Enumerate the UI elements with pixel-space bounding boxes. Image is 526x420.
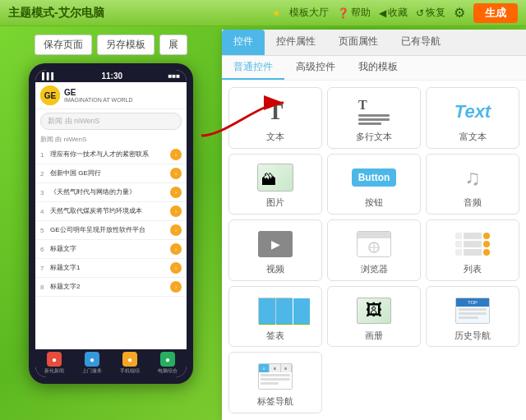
nav-collect[interactable]: ◀ 收藏 xyxy=(379,6,408,20)
tab-3[interactable]: 已有导航 xyxy=(390,30,452,55)
generate-button[interactable]: 生成 xyxy=(473,3,518,23)
phone-time: 11:30 xyxy=(101,72,122,81)
collect-icon: ◀ xyxy=(379,7,386,19)
subtab-2[interactable]: 我的模板 xyxy=(347,56,409,80)
nav-icon: ● xyxy=(160,352,175,367)
nav-label: 手机端综 xyxy=(120,367,140,375)
save-as-button[interactable]: 另存模板 xyxy=(97,35,155,55)
control-标签导航[interactable]: ≡ ≡ ≡ 标签导航 xyxy=(228,352,322,413)
control-label: 按钮 xyxy=(365,196,383,209)
control-浏览器[interactable]: 浏览器 xyxy=(327,219,421,281)
history-icon: TOP xyxy=(455,298,490,324)
phone-news-label: 新闻 由 niWenS xyxy=(35,133,187,145)
control-列表[interactable]: 列表 xyxy=(426,219,519,281)
phone-search-text: 新闻 由 niWenS xyxy=(48,117,99,125)
item-arrow-icon: › xyxy=(170,205,182,217)
item-arrow-icon: › xyxy=(170,262,182,274)
toolbar-bar: 保存页面 另存模板 展 xyxy=(35,35,187,55)
phone-signal: ▌▌▌ xyxy=(42,72,56,80)
control-多行文本[interactable]: T 多行文本 xyxy=(327,87,421,149)
control-icon-browser xyxy=(354,228,394,260)
subtab-1[interactable]: 高级控件 xyxy=(284,56,347,80)
item-number: 7 xyxy=(40,265,47,272)
tab-0[interactable]: 控件 xyxy=(222,30,265,55)
subtab-0[interactable]: 普通控件 xyxy=(222,56,284,80)
control-label: 多行文本 xyxy=(356,131,392,143)
nav-icon: ● xyxy=(85,352,99,367)
control-label: 列表 xyxy=(464,263,482,275)
phone-list-item[interactable]: 1 理应有你一技术与人才的紧密联系 › xyxy=(35,145,187,164)
phone-list-item[interactable]: 3 《天然气时代与网络的力量》 › xyxy=(35,183,187,202)
nav-restore[interactable]: ↺ 恢复 xyxy=(416,6,445,20)
phone-nav-item-0[interactable]: ● 新化新闻 xyxy=(35,352,73,375)
control-icon-text: T xyxy=(256,96,295,127)
item-arrow-icon: › xyxy=(170,243,182,255)
control-label: 浏览器 xyxy=(361,263,388,275)
phone-status-bar: ▌▌▌ 11:30 ■■■ xyxy=(35,70,187,82)
phone-list-item[interactable]: 8 标题文字2 › xyxy=(35,278,187,297)
control-文本[interactable]: T 文本 xyxy=(228,87,322,149)
item-text: 标题文字2 xyxy=(50,283,167,291)
tab-1[interactable]: 控件属性 xyxy=(265,30,327,55)
phone-list-item[interactable]: 2 创新中国 GE同行 › xyxy=(35,164,187,183)
control-音频[interactable]: ♫ 音频 xyxy=(426,154,519,215)
control-icon-multitext: T xyxy=(354,96,394,127)
phone-list: 1 理应有你一技术与人才的紧密联系 › 2 创新中国 GE同行 › 3 《天然气… xyxy=(35,145,187,349)
phone-mockup: ▌▌▌ 11:30 ■■■ GE GE IMAGINATION AT WORLD xyxy=(29,63,193,384)
control-视频[interactable]: 视频 xyxy=(228,219,322,281)
phone-header: GE GE IMAGINATION AT WORLD xyxy=(35,82,187,109)
phone-list-item[interactable]: 6 标题文字 › xyxy=(35,240,187,259)
phone-list-item[interactable]: 5 GE公司明年呈现开放性软件平台 › xyxy=(35,221,187,240)
control-富文本[interactable]: Text 富文本 xyxy=(426,87,519,149)
phone-bottom-nav: ● 新化新闻 ● 上门服务 ● 手机端综 ● 电脑综合 xyxy=(35,349,187,377)
control-label: 视频 xyxy=(266,263,284,275)
nav-help[interactable]: ❓ 帮助 xyxy=(337,6,371,20)
nav-label: 上门服务 xyxy=(82,367,102,375)
text-icon: T xyxy=(268,99,284,125)
audio-icon: ♫ xyxy=(464,165,481,191)
phone-nav-item-3[interactable]: ● 电脑综合 xyxy=(149,352,187,375)
control-图片[interactable]: 图片 xyxy=(228,154,322,215)
item-arrow-icon: › xyxy=(170,281,182,293)
phone-nav-item-2[interactable]: ● 手机端综 xyxy=(111,352,149,375)
expand-button[interactable]: 展 xyxy=(159,35,187,55)
control-画册[interactable]: 🖼 画册 xyxy=(327,286,421,348)
control-历史导航[interactable]: TOP 历史导航 xyxy=(426,286,519,348)
item-number: 2 xyxy=(40,170,47,178)
image-icon xyxy=(257,164,293,192)
control-label: 音频 xyxy=(464,196,482,209)
header: 主题模式-艾尔电脑 ★ 模板大厅 ❓ 帮助 ◀ 收藏 ↺ 恢复 ⚙ 生成 xyxy=(0,0,526,26)
item-text: 理应有你一技术与人才的紧密联系 xyxy=(50,150,167,159)
item-number: 8 xyxy=(40,284,47,291)
control-label: 历史导航 xyxy=(454,330,491,342)
item-text: 标题文字 xyxy=(50,245,167,253)
controls-grid: T 文本 T 多行文本 Text 富文本 图片 Button 按钮 ♫ 音频 xyxy=(222,81,526,420)
gear-icon[interactable]: ⚙ xyxy=(454,5,465,21)
browser-icon xyxy=(357,231,391,257)
nav-label: 电脑综合 xyxy=(158,367,178,375)
control-label: 画册 xyxy=(365,330,383,342)
nav-icon: ● xyxy=(47,352,62,367)
item-text: 天然气取代煤炭将节约环境成本 xyxy=(50,207,167,215)
video-icon xyxy=(258,231,293,257)
main-tabs: 控件控件属性页面属性已有导航 xyxy=(222,30,526,56)
control-icon-image xyxy=(256,162,295,193)
star-icon: ★ xyxy=(272,7,281,19)
svg-text:GE: GE xyxy=(44,91,57,100)
control-icon-audio: ♫ xyxy=(453,162,492,193)
control-按钮[interactable]: Button 按钮 xyxy=(327,154,421,215)
phone-nav-item-1[interactable]: ● 上门服务 xyxy=(73,352,111,375)
tab-2[interactable]: 页面属性 xyxy=(327,30,390,55)
item-number: 1 xyxy=(40,151,47,159)
sub-tabs: 普通控件高级控件我的模板 xyxy=(222,56,526,81)
phone-search-bar[interactable]: 新闻 由 niWenS xyxy=(40,113,182,130)
item-text: GE公司明年呈现开放性软件平台 xyxy=(50,226,167,234)
button-icon: Button xyxy=(352,168,397,187)
save-page-button[interactable]: 保存页面 xyxy=(35,35,92,55)
phone-list-item[interactable]: 4 天然气取代煤炭将节约环境成本 › xyxy=(35,202,187,221)
control-label: 签表 xyxy=(266,330,284,342)
item-number: 4 xyxy=(40,208,47,215)
control-签表[interactable]: 签表 xyxy=(228,286,322,348)
phone-list-item[interactable]: 7 标题文字1 › xyxy=(35,259,187,278)
nav-hall[interactable]: 模板大厅 xyxy=(289,6,329,20)
